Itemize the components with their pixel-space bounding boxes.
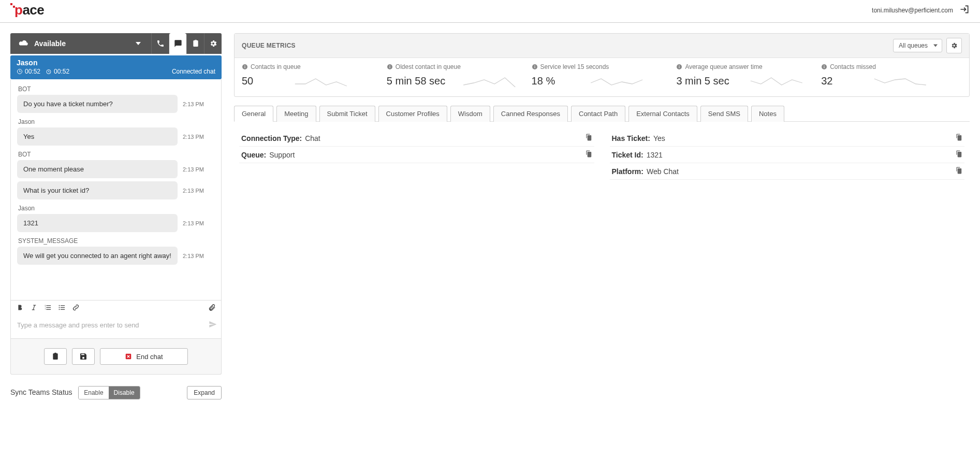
- tab-wisdom[interactable]: Wisdom: [450, 106, 490, 122]
- metric-label-text: Contacts missed: [830, 63, 876, 70]
- svg-point-20: [824, 65, 825, 66]
- queue-selector[interactable]: All queues: [893, 39, 942, 52]
- svg-rect-19: [824, 66, 825, 68]
- agent-status-selector[interactable]: Available: [10, 38, 151, 49]
- info-row: Platform: Web Chat: [610, 163, 965, 180]
- message-time: 2:13 PM: [183, 188, 204, 194]
- tab-send-sms[interactable]: Send SMS: [700, 106, 748, 122]
- info-icon: [387, 64, 393, 70]
- contact-card[interactable]: Jason 00:52 00:52 Connected chat: [10, 55, 222, 79]
- message-sender: Jason: [18, 205, 216, 212]
- close-icon: [125, 353, 132, 360]
- send-button[interactable]: [209, 320, 217, 330]
- left-panel: Available Jason: [10, 33, 222, 399]
- timer-2-value: 00:52: [54, 68, 69, 75]
- info-icon: [532, 64, 538, 70]
- chat-scroll[interactable]: BOTDo you have a ticket number?2:13 PMJa…: [11, 79, 221, 300]
- metric-item: Average queue answer time 3 min 5 sec: [676, 63, 817, 88]
- metric-label-text: Service level 15 seconds: [540, 63, 609, 70]
- metric-label: Average queue answer time: [676, 63, 817, 70]
- tab-contact-path[interactable]: Contact Path: [571, 106, 625, 122]
- enable-button[interactable]: Enable: [79, 387, 108, 399]
- sparkline: [561, 74, 672, 88]
- save-contact-button[interactable]: [72, 348, 95, 365]
- message-bubble: Yes: [17, 127, 178, 146]
- settings-tab[interactable]: [204, 33, 222, 54]
- copy-button[interactable]: [955, 150, 962, 159]
- message-group: BOTDo you have a ticket number?2:13 PM: [17, 85, 216, 113]
- timer-2: 00:52: [46, 68, 69, 75]
- contact-timers: 00:52 00:52: [17, 68, 69, 75]
- tasks-tab[interactable]: [186, 33, 204, 54]
- attachment-button[interactable]: [207, 303, 217, 314]
- copy-button[interactable]: [585, 134, 592, 142]
- message-bubble: Do you have a ticket number?: [17, 95, 178, 113]
- sparkline: [259, 74, 383, 88]
- metrics-controls: All queues: [893, 38, 962, 53]
- metric-item: Contacts missed 32: [821, 63, 962, 88]
- tab-external-contacts[interactable]: External Contacts: [628, 106, 697, 122]
- message-time: 2:13 PM: [183, 101, 204, 107]
- copy-icon: [955, 167, 962, 174]
- unordered-list-button[interactable]: [57, 303, 67, 314]
- svg-rect-10: [389, 66, 390, 68]
- tab-general[interactable]: General: [234, 106, 273, 122]
- clock-icon: [17, 68, 23, 75]
- compose-toolbar: [11, 300, 221, 316]
- logo-dots-icon: [10, 3, 16, 8]
- message-row: Yes2:13 PM: [17, 127, 216, 146]
- chat-action-row: End chat: [10, 339, 222, 375]
- copy-button[interactable]: [955, 167, 962, 176]
- logout-icon[interactable]: [959, 4, 970, 16]
- phone-tab[interactable]: [151, 33, 169, 54]
- sync-status-group: Sync Teams Status Enable Disable: [10, 386, 140, 399]
- metric-value: 3 min 5 sec: [676, 75, 729, 87]
- link-button[interactable]: [71, 303, 81, 314]
- end-chat-button[interactable]: End chat: [100, 348, 188, 365]
- contact-meta-row: 00:52 00:52 Connected chat: [17, 68, 215, 75]
- disable-button[interactable]: Disable: [109, 387, 140, 399]
- message-group: Jason13212:13 PM: [17, 205, 216, 232]
- sparkline: [736, 74, 817, 88]
- message-input[interactable]: [15, 318, 209, 332]
- svg-point-17: [679, 65, 680, 66]
- metric-value-row: 32: [821, 74, 962, 88]
- tab-canned-responses[interactable]: Canned Responses: [493, 106, 568, 122]
- timer-1: 00:52: [17, 68, 40, 75]
- chat-tab[interactable]: [169, 33, 186, 54]
- message-bubble: We will get you connected to an agent ri…: [17, 247, 178, 265]
- bold-button[interactable]: [15, 303, 25, 314]
- info-row: Queue: Support: [239, 147, 594, 163]
- copy-button[interactable]: [955, 134, 962, 142]
- metric-value-row: 5 min 58 sec: [387, 74, 528, 88]
- message-time: 2:13 PM: [183, 134, 204, 140]
- tab-notes[interactable]: Notes: [751, 106, 784, 122]
- ordered-list-button[interactable]: [43, 303, 53, 314]
- tab-customer-profiles[interactable]: Customer Profiles: [378, 106, 447, 122]
- info-value: Yes: [653, 134, 665, 142]
- agent-status-bar: Available: [10, 33, 222, 54]
- tab-meeting[interactable]: Meeting: [276, 106, 316, 122]
- timer-1-value: 00:52: [25, 68, 40, 75]
- metric-label: Contacts in queue: [242, 63, 383, 70]
- general-info-grid: Connection Type: Chat Queue: Support Has…: [234, 122, 970, 188]
- message-group: JasonYes2:13 PM: [17, 118, 216, 146]
- copy-button[interactable]: [585, 150, 592, 159]
- metric-label: Contacts missed: [821, 63, 962, 70]
- metric-value-row: 50: [242, 74, 383, 88]
- svg-point-3: [59, 307, 60, 308]
- copy-icon: [585, 134, 592, 141]
- info-label: Connection Type:: [241, 134, 302, 142]
- italic-button[interactable]: [29, 303, 39, 314]
- metrics-settings-button[interactable]: [946, 38, 962, 53]
- detail-tabs: GeneralMeetingSubmit TicketCustomer Prof…: [234, 105, 970, 122]
- tab-submit-ticket[interactable]: Submit Ticket: [319, 106, 375, 122]
- clipboard-button[interactable]: [44, 348, 67, 365]
- expand-button[interactable]: Expand: [187, 386, 222, 399]
- message-bubble: One moment please: [17, 160, 178, 178]
- app-header: pace toni.milushev@perficient.com: [0, 0, 980, 23]
- message-sender: SYSTEM_MESSAGE: [18, 237, 216, 245]
- message-row: What is your ticket id?2:13 PM: [17, 181, 216, 199]
- message-time: 2:13 PM: [183, 166, 204, 173]
- metric-item: Service level 15 seconds 18 %: [532, 63, 672, 88]
